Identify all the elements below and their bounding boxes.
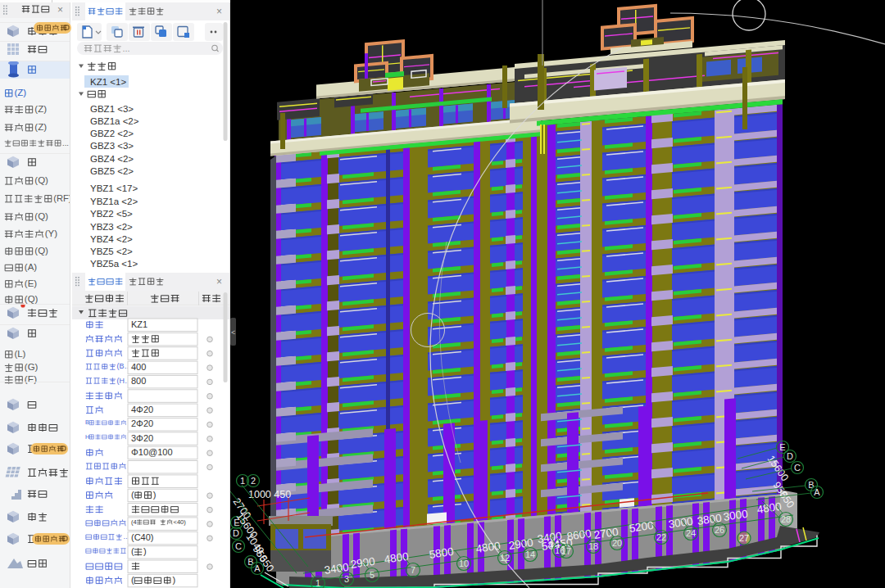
- svg-text:H: H: [85, 433, 89, 441]
- svg-text:(4: (4: [131, 518, 137, 526]
- svg-text:18: 18: [588, 541, 598, 551]
- svg-text:28: 28: [781, 514, 791, 524]
- svg-text:): ): [173, 575, 176, 585]
- svg-text:GBZ5 <2>: GBZ5 <2>: [90, 166, 134, 176]
- svg-text:D: D: [787, 451, 793, 461]
- svg-text:800: 800: [131, 376, 146, 386]
- svg-text:YBZ1a <2>: YBZ1a <2>: [90, 197, 138, 206]
- svg-text:C: C: [235, 541, 242, 551]
- svg-text:×: ×: [216, 276, 222, 287]
- svg-text:(Q): (Q): [34, 211, 48, 221]
- svg-text:(Z): (Z): [34, 122, 47, 132]
- svg-text:24: 24: [686, 528, 696, 538]
- svg-text:3: 3: [344, 574, 349, 584]
- svg-text:GBZ1 <3>: GBZ1 <3>: [90, 104, 134, 114]
- svg-text:GBZ3 <3>: GBZ3 <3>: [90, 141, 134, 151]
- svg-text:B: B: [247, 557, 253, 567]
- svg-text:A: A: [814, 487, 820, 497]
- svg-text:(Z): (Z): [14, 88, 26, 97]
- svg-text:×: ×: [216, 6, 222, 17]
- svg-text:1000 450: 1000 450: [248, 489, 291, 500]
- svg-text:KZ1 <1>: KZ1 <1>: [90, 77, 126, 87]
- svg-text:): ): [143, 546, 147, 556]
- svg-text:KZ1: KZ1: [131, 319, 148, 329]
- svg-text:YBZ2 <5>: YBZ2 <5>: [90, 209, 133, 219]
- svg-text:×: ×: [57, 4, 63, 16]
- svg-text:1: 1: [315, 578, 320, 588]
- svg-text:A: A: [254, 563, 261, 573]
- svg-text:(Y): (Y): [45, 228, 57, 238]
- svg-text:7: 7: [411, 565, 415, 575]
- svg-text:(Q): (Q): [34, 175, 48, 185]
- svg-text:(Q): (Q): [34, 246, 48, 256]
- svg-text:(: (: [131, 575, 134, 585]
- svg-text:<: <: [231, 328, 235, 337]
- svg-text:17: 17: [561, 546, 571, 556]
- svg-text:GBZ1a <2>: GBZ1a <2>: [90, 116, 139, 126]
- svg-text:...: ...: [62, 138, 69, 147]
- svg-text:(E): (E): [25, 374, 38, 384]
- svg-text:(: (: [131, 490, 134, 500]
- svg-text:GBZ2 <2>: GBZ2 <2>: [90, 129, 134, 138]
- svg-text:(A): (A): [25, 262, 38, 272]
- svg-text:YBZ4 <2>: YBZ4 <2>: [90, 234, 133, 244]
- svg-text:10: 10: [459, 559, 469, 568]
- svg-text:4Φ20: 4Φ20: [131, 405, 153, 414]
- svg-text:14: 14: [525, 550, 535, 559]
- svg-text:D: D: [233, 528, 239, 538]
- svg-text:Φ10@100: Φ10@100: [131, 447, 173, 457]
- svg-text:2Φ20: 2Φ20: [131, 418, 153, 428]
- svg-text:20: 20: [612, 538, 622, 548]
- svg-text:5: 5: [370, 570, 374, 580]
- svg-text:1: 1: [240, 476, 245, 486]
- svg-text:2: 2: [251, 476, 256, 486]
- svg-text:YBZ1 <17>: YBZ1 <17>: [90, 183, 138, 193]
- svg-text:<40): <40): [174, 518, 187, 526]
- svg-text:E: E: [779, 442, 785, 452]
- svg-text:26: 26: [715, 525, 724, 535]
- svg-text:(Z): (Z): [34, 104, 47, 114]
- svg-text:): ): [153, 490, 157, 500]
- svg-text:YBZ3 <2>: YBZ3 <2>: [90, 222, 133, 232]
- svg-text:...: ...: [123, 43, 130, 53]
- svg-text:(C40): (C40): [131, 532, 154, 542]
- svg-text:27: 27: [739, 533, 749, 543]
- svg-text:(G): (G): [25, 362, 39, 372]
- svg-text:(Q): (Q): [25, 294, 39, 304]
- svg-text:(E): (E): [25, 278, 38, 288]
- svg-text:22: 22: [656, 532, 666, 542]
- svg-text:YBZ5 <2>: YBZ5 <2>: [90, 247, 133, 256]
- svg-text:3Φ20: 3Φ20: [131, 433, 153, 443]
- svg-text:(RF): (RF): [53, 193, 72, 203]
- svg-text:(: (: [131, 546, 134, 556]
- svg-text:12: 12: [500, 553, 510, 563]
- svg-text:C: C: [794, 463, 801, 473]
- svg-text:YBZ5a <1>: YBZ5a <1>: [90, 259, 138, 269]
- svg-text:B: B: [85, 418, 89, 426]
- svg-text:400: 400: [131, 362, 146, 372]
- svg-text:GBZ4 <2>: GBZ4 <2>: [90, 154, 134, 164]
- svg-text:(L): (L): [14, 349, 25, 359]
